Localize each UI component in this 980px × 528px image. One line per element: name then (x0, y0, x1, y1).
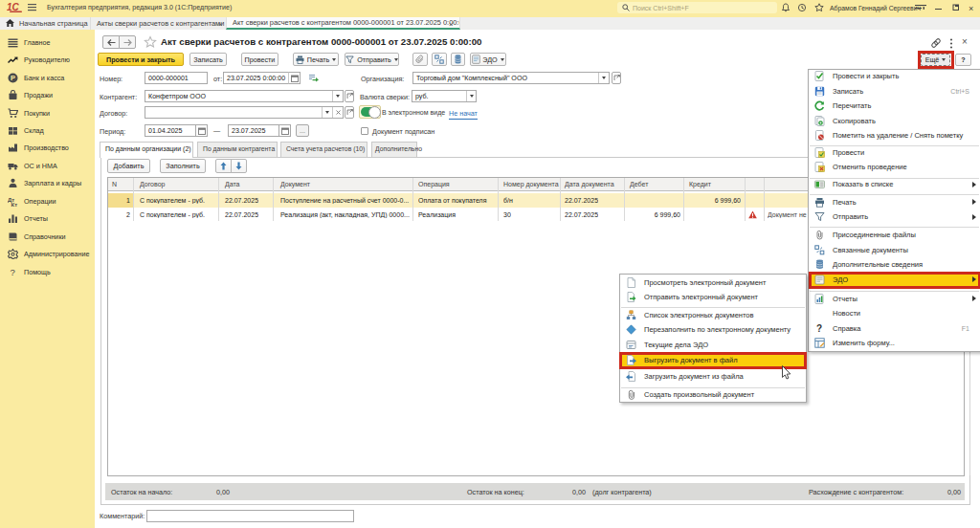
svg-text:Кт: Кт (11, 201, 18, 207)
svg-text:?: ? (11, 267, 15, 277)
svg-text:?: ? (816, 323, 822, 334)
svg-text:Р: Р (11, 74, 15, 82)
